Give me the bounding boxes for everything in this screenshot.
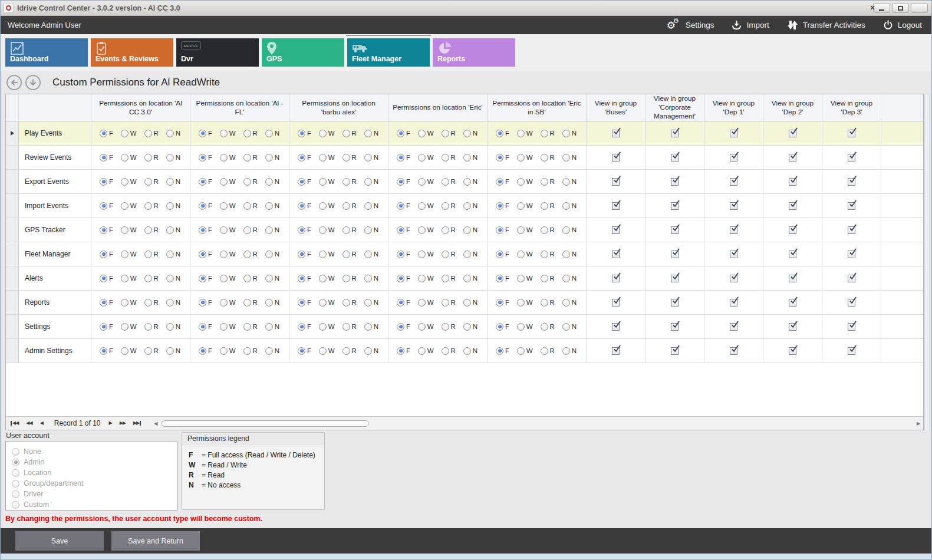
radio-f[interactable]: F (100, 323, 113, 331)
radio-r[interactable]: R (442, 347, 456, 355)
radio-f[interactable]: F (100, 154, 113, 162)
radio-f[interactable]: F (298, 275, 311, 282)
radio-w[interactable]: W (418, 202, 434, 210)
scrollbar-thumb[interactable] (162, 420, 369, 427)
radio-w[interactable]: W (220, 323, 236, 331)
radio-f[interactable]: F (496, 323, 509, 331)
checkbox-checked[interactable] (612, 251, 620, 258)
checkbox-checked[interactable] (789, 347, 796, 355)
radio-r[interactable]: R (541, 202, 555, 210)
radio-n[interactable]: N (166, 226, 180, 234)
radio-w[interactable]: W (517, 130, 533, 137)
radio-w[interactable]: W (220, 347, 236, 355)
radio-r[interactable]: R (243, 130, 258, 137)
tab-reports[interactable]: Reports (433, 38, 515, 67)
radio-f[interactable]: F (100, 202, 113, 210)
radio-w[interactable]: W (517, 202, 533, 210)
radio-w[interactable]: W (517, 275, 533, 282)
radio-n[interactable]: N (364, 202, 378, 210)
radio-n[interactable]: N (265, 275, 279, 282)
first-record-icon[interactable]: ◀◀ (11, 421, 18, 426)
checkbox-checked[interactable] (612, 299, 620, 307)
radio-r[interactable]: R (243, 347, 258, 355)
radio-n[interactable]: N (265, 347, 279, 355)
checkbox-checked[interactable] (612, 154, 620, 162)
radio-n[interactable]: N (166, 202, 180, 210)
radio-n[interactable]: N (364, 226, 378, 234)
radio-f[interactable]: F (100, 178, 113, 186)
radio-r[interactable]: R (442, 275, 456, 282)
column-header-location[interactable]: Permissions on location 'Al CC 3.0' (91, 94, 190, 121)
radio-n[interactable]: N (562, 299, 577, 307)
radio-w[interactable]: W (319, 299, 335, 307)
radio-w[interactable]: W (220, 299, 236, 307)
radio-r[interactable]: R (144, 202, 159, 210)
radio-admin[interactable]: Admin (12, 457, 177, 467)
prev-page-icon[interactable]: ◀◀ (26, 421, 32, 426)
radio-r[interactable]: R (342, 275, 357, 282)
vertical-scrollbar[interactable] (924, 94, 930, 430)
column-header-location[interactable]: Permissions on location 'Eric in SB' (488, 94, 587, 121)
checkbox-checked[interactable] (730, 130, 737, 137)
checkbox-checked[interactable] (848, 323, 855, 331)
radio-f[interactable]: F (100, 275, 113, 282)
radio-n[interactable]: N (562, 347, 577, 355)
radio-f[interactable]: F (199, 323, 212, 331)
radio-r[interactable]: R (144, 226, 159, 234)
checkbox-checked[interactable] (671, 202, 679, 210)
import-button[interactable]: Import (732, 20, 769, 30)
radio-n[interactable]: N (265, 130, 279, 137)
radio-w[interactable]: W (319, 251, 335, 258)
radio-n[interactable]: N (364, 299, 378, 307)
column-header-group[interactable]: View in group 'Buses' (587, 94, 646, 121)
radio-w[interactable]: W (517, 347, 533, 355)
radio-location[interactable]: Location (12, 467, 177, 478)
radio-n[interactable]: N (364, 251, 378, 258)
radio-w[interactable]: W (220, 154, 236, 162)
checkbox-checked[interactable] (789, 130, 796, 137)
radio-n[interactable]: N (166, 275, 180, 282)
radio-r[interactable]: R (144, 178, 159, 186)
radio-n[interactable]: N (562, 323, 577, 331)
radio-r[interactable]: R (442, 178, 456, 186)
radio-n[interactable]: N (463, 226, 477, 234)
radio-r[interactable]: R (541, 275, 555, 282)
radio-n[interactable]: N (562, 226, 577, 234)
checkbox-checked[interactable] (612, 178, 620, 186)
radio-n[interactable]: N (364, 154, 378, 162)
radio-r[interactable]: R (243, 275, 258, 282)
checkbox-checked[interactable] (612, 347, 620, 355)
radio-r[interactable]: R (243, 178, 258, 186)
radio-f[interactable]: F (496, 226, 509, 234)
next-page-icon[interactable]: ▶▶ (120, 421, 126, 426)
radio-f[interactable]: F (199, 275, 212, 282)
column-header-location[interactable]: Permissions on location 'Eric' (388, 94, 488, 121)
tab-fleet-manager[interactable]: Fleet Manager (347, 38, 430, 67)
radio-f[interactable]: F (298, 251, 311, 258)
radio-w[interactable]: W (121, 251, 137, 258)
radio-r[interactable]: R (342, 154, 357, 162)
checkbox-checked[interactable] (730, 178, 737, 186)
radio-f[interactable]: F (199, 154, 212, 162)
checkbox-checked[interactable] (848, 299, 855, 307)
radio-r[interactable]: R (144, 130, 159, 137)
radio-r[interactable]: R (541, 226, 555, 234)
radio-f[interactable]: F (298, 347, 311, 355)
checkbox-checked[interactable] (848, 251, 855, 258)
radio-r[interactable]: R (342, 178, 357, 186)
column-header-location[interactable]: Permissions on location 'barbu alex' (289, 94, 388, 121)
radio-r[interactable]: R (144, 154, 159, 162)
checkbox-checked[interactable] (789, 323, 796, 331)
radio-w[interactable]: W (418, 347, 434, 355)
save-button[interactable]: Save (15, 531, 104, 551)
radio-n[interactable]: N (265, 226, 279, 234)
radio-n[interactable]: N (463, 202, 477, 210)
radio-f[interactable]: F (496, 154, 509, 162)
radio-f[interactable]: F (496, 347, 509, 355)
radio-f[interactable]: F (397, 323, 410, 331)
checkbox-checked[interactable] (789, 226, 796, 234)
radio-driver[interactable]: Driver (12, 489, 177, 499)
radio-r[interactable]: R (243, 323, 258, 331)
radio-f[interactable]: F (298, 299, 311, 307)
checkbox-checked[interactable] (789, 154, 796, 162)
